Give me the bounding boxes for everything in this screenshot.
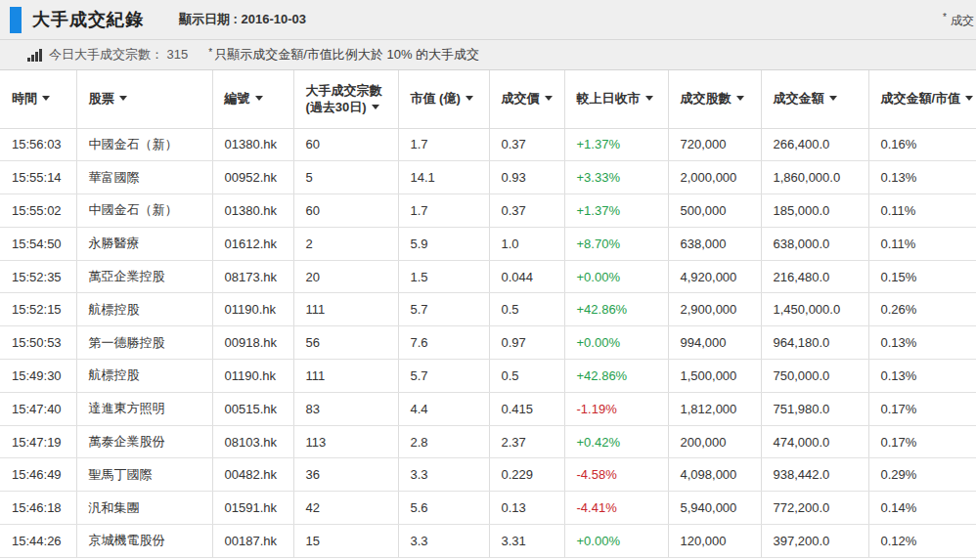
col-header-change[interactable]: 較上日收市 [564,70,668,128]
cell-time: 15:55:02 [0,194,76,228]
cell-amount_mktcap_ratio: 0.15% [868,260,976,293]
cell-time: 15:56:03 [0,128,76,161]
col-label: 大手成交宗數 [306,82,398,99]
cell-count_30d: 111 [293,360,398,393]
cell-market_cap: 2.8 [398,425,489,458]
table-row: 15:46:18汎和集團01591.hk425.60.13-4.41%5,940… [0,492,976,525]
cell-change: +42.86% [564,360,668,393]
cell-time: 15:47:40 [0,392,76,425]
sort-down-icon [372,105,379,109]
cell-market_cap: 4.4 [398,392,489,425]
cell-code: 00918.hk [212,326,293,360]
col-header-amount_mktcap_ratio[interactable]: 成交金額/市值 [868,70,976,128]
cell-count_30d: 60 [293,128,398,161]
cell-count_30d: 42 [293,492,398,525]
page-header: 大手成交紀錄 顯示日期 : 2016-10-03 *成交 [0,0,976,40]
cell-amount_mktcap_ratio: 0.13% [868,326,976,360]
cell-time: 15:44:26 [0,525,76,558]
page-title: 大手成交紀錄 [32,8,144,31]
accent-bar-icon [10,7,22,33]
cell-shares: 720,000 [668,128,761,161]
col-header-shares[interactable]: 成交股數 [668,70,761,128]
cell-amount: 1,860,000.0 [761,161,868,194]
cell-change: -4.58% [564,458,668,492]
cell-stock: 第一德勝控股 [76,326,212,360]
cell-time: 15:46:49 [0,458,76,492]
cell-amount_mktcap_ratio: 0.16% [868,128,976,161]
col-header-amount[interactable]: 成交金額 [761,70,868,128]
cell-code: 01612.hk [212,227,293,260]
cell-market_cap: 14.1 [398,161,489,194]
table-row: 15:47:40達進東方照明00515.hk834.40.415-1.19%1,… [0,392,976,425]
cell-market_cap: 3.3 [398,458,489,492]
filter-note: *只顯示成交金額/市值比例大於 10% 的大手成交 [208,46,479,64]
table-row: 15:46:49聖馬丁國際00482.hk363.30.229-4.58%4,0… [0,458,976,492]
cell-shares: 1,812,000 [668,392,761,425]
col-label: 成交金額 [774,91,824,106]
cell-amount: 964,180.0 [761,326,868,360]
cell-stock: 萬泰企業股份 [76,425,212,458]
cell-change: +8.70% [564,227,668,260]
cell-count_30d: 83 [293,392,398,425]
cell-price: 0.97 [489,326,564,360]
col-header-market_cap[interactable]: 市值 (億) [398,70,489,128]
col-label: 成交金額/市值 [881,91,961,106]
sort-down-icon [829,96,837,101]
sort-down-icon [545,96,553,101]
cell-code: 01190.hk [212,293,293,326]
cell-amount: 638,000.0 [761,227,868,260]
col-header-count_30d[interactable]: 大手成交宗數(過去30日) [293,70,398,128]
trades-table: 時間股票編號大手成交宗數(過去30日)市值 (億)成交價較上日收市成交股數成交金… [0,70,976,558]
cell-stock: 永勝醫療 [76,227,212,260]
cell-amount: 474,000.0 [761,425,868,458]
cell-count_30d: 111 [293,293,398,326]
cell-stock: 華富國際 [76,161,212,194]
sort-down-icon [466,96,473,101]
cell-stock: 萬亞企業控股 [76,260,212,293]
cell-amount: 397,200.0 [761,525,868,558]
cell-market_cap: 7.6 [398,326,489,360]
cell-stock: 中國金石（新） [76,194,212,228]
sort-down-icon [736,96,744,101]
cell-change: +1.37% [564,128,668,161]
cell-time: 15:47:19 [0,425,76,458]
table-row: 15:50:53第一德勝控股00918.hk567.60.97+0.00%994… [0,326,976,360]
cell-amount: 938,442.0 [761,458,868,492]
col-header-time[interactable]: 時間 [0,70,76,128]
col-header-code[interactable]: 編號 [212,70,293,128]
cell-amount: 750,000.0 [761,360,868,393]
cell-amount_mktcap_ratio: 0.26% [868,293,976,326]
cell-shares: 5,940,000 [668,492,761,525]
cell-shares: 500,000 [668,194,761,228]
cell-price: 0.37 [489,194,564,228]
cell-time: 15:52:35 [0,260,76,293]
cell-count_30d: 2 [293,227,398,260]
cell-amount_mktcap_ratio: 0.13% [868,360,976,393]
cell-change: +0.00% [564,525,668,558]
cell-price: 1.0 [489,227,564,260]
col-header-price[interactable]: 成交價 [489,70,564,128]
cell-code: 01380.hk [212,128,293,161]
table-row: 15:55:14華富國際00952.hk514.10.93+3.33%2,000… [0,161,976,194]
cell-amount: 185,000.0 [761,194,868,228]
table-row: 15:54:50永勝醫療01612.hk25.91.0+8.70%638,000… [0,227,976,260]
cell-stock: 京城機電股份 [76,525,212,558]
cell-change: +0.00% [564,260,668,293]
cell-stock: 汎和集團 [76,492,212,525]
cell-price: 0.044 [489,260,564,293]
cell-count_30d: 36 [293,458,398,492]
cell-time: 15:46:18 [0,492,76,525]
cell-time: 15:49:30 [0,360,76,393]
cell-price: 0.5 [489,293,564,326]
cell-count_30d: 56 [293,326,398,360]
col-header-stock[interactable]: 股票 [76,70,212,128]
cell-price: 0.93 [489,161,564,194]
sort-down-icon [255,96,263,101]
cell-shares: 120,000 [668,525,761,558]
cell-market_cap: 5.7 [398,293,489,326]
asterisk-icon: * [208,47,212,58]
clipped-corner-note: *成交 [943,12,974,29]
summary-bar: 今日大手成交宗數： 315 *只顯示成交金額/市值比例大於 10% 的大手成交 [0,40,976,70]
cell-code: 01380.hk [212,194,293,228]
cell-amount_mktcap_ratio: 0.29% [868,458,976,492]
